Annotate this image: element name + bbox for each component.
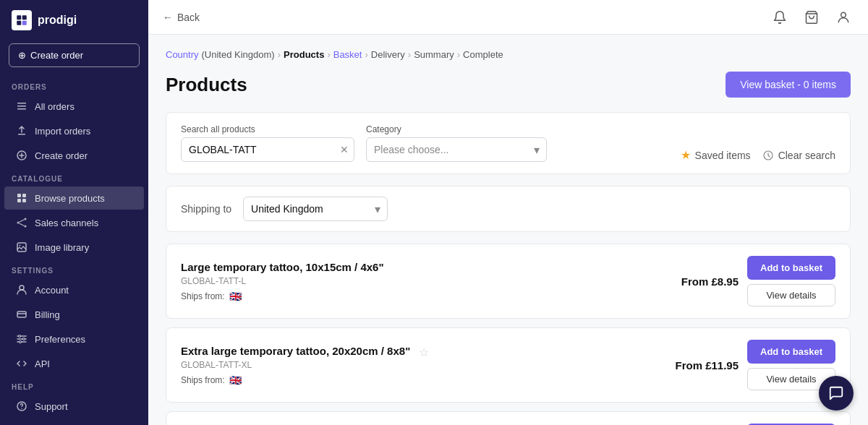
ships-from: Ships from: 🇬🇧	[181, 374, 675, 386]
svg-point-14	[17, 222, 20, 224]
product-price: From £11.95	[675, 359, 739, 372]
saved-items-button[interactable]: ★ Saved items	[681, 148, 751, 162]
user-profile-icon	[836, 10, 851, 25]
svg-rect-9	[17, 194, 21, 197]
category-select[interactable]: Please choose...	[366, 137, 547, 162]
category-field-group: Category Please choose...	[366, 124, 547, 162]
product-info: Extra large temporary tattoo, 20x20cm / …	[181, 345, 675, 386]
chat-button[interactable]	[819, 376, 854, 411]
ships-from-label: Ships from:	[181, 291, 225, 301]
sidebar-item-sales-channels[interactable]: Sales channels	[4, 211, 144, 234]
sidebar-item-label: Browse products	[35, 193, 105, 204]
sidebar-item-account[interactable]: Account	[4, 278, 144, 301]
product-name: Large temporary tattoo, 10x15cm / 4x6"	[181, 261, 681, 273]
svg-rect-11	[17, 199, 21, 202]
favorite-button[interactable]: ☆	[419, 345, 429, 359]
back-label: Back	[177, 12, 200, 23]
chat-icon	[828, 385, 844, 401]
svg-point-24	[21, 408, 22, 409]
svg-point-17	[20, 245, 21, 246]
sidebar: prodigi ⊕ Create order ORDERS All orders…	[0, 0, 148, 425]
view-basket-button[interactable]: View basket - 0 items	[726, 72, 851, 98]
svg-rect-6	[17, 108, 26, 110]
help-section-label: HELP	[0, 376, 148, 394]
svg-rect-0	[17, 15, 21, 20]
svg-rect-4	[17, 103, 26, 104]
sidebar-logo: prodigi	[0, 0, 148, 40]
breadcrumb-country[interactable]: Country	[166, 49, 199, 60]
sidebar-item-billing[interactable]: Billing	[4, 303, 144, 326]
svg-point-26	[841, 12, 846, 17]
back-arrow-icon: ←	[163, 12, 173, 23]
content-area: Country (United Kingdom) › Products › Ba…	[148, 35, 868, 425]
top-bar: ← Back	[148, 0, 868, 35]
category-select-wrap: Please choose...	[366, 137, 547, 162]
svg-rect-16	[17, 243, 26, 252]
list-icon	[16, 100, 27, 112]
sidebar-item-import-orders[interactable]: Import orders	[4, 119, 144, 142]
sidebar-item-support[interactable]: Support	[4, 395, 144, 418]
help-circle-icon	[16, 400, 27, 412]
svg-rect-12	[22, 199, 26, 202]
sidebar-item-label: Sales channels	[35, 218, 98, 228]
svg-rect-3	[22, 21, 27, 25]
breadcrumb-complete: Complete	[463, 49, 503, 60]
share-icon	[16, 217, 27, 228]
svg-rect-1	[22, 15, 27, 20]
search-input[interactable]	[181, 137, 354, 162]
plus-circle-icon	[16, 150, 27, 161]
star-icon: ★	[681, 148, 691, 162]
add-to-basket-button[interactable]: Add to basket	[747, 256, 835, 280]
product-name: Extra large temporary tattoo, 20x20cm / …	[181, 345, 410, 357]
breadcrumb-sep-3: ›	[365, 49, 367, 60]
product-row: XXL temporary tattoo, 30x30cm / 12x12" G…	[166, 411, 851, 425]
image-icon	[16, 241, 27, 253]
breadcrumb-basket[interactable]: Basket	[333, 49, 362, 60]
shipping-select[interactable]: United Kingdom United States Australia C…	[243, 197, 388, 221]
product-price: From £8.95	[681, 275, 739, 288]
svg-rect-2	[17, 21, 21, 25]
add-to-basket-button[interactable]: Add to basket	[747, 340, 835, 364]
code-icon	[16, 358, 27, 369]
product-buttons: Add to basket View details	[747, 256, 835, 306]
svg-point-22	[20, 341, 22, 343]
sidebar-item-create-order[interactable]: Create order	[4, 144, 144, 167]
search-row: Search all products ✕ Category Please ch…	[181, 124, 835, 162]
logo-icon	[12, 10, 32, 30]
user-profile-button[interactable]	[833, 7, 854, 27]
notifications-button[interactable]	[770, 7, 790, 27]
sidebar-item-all-orders[interactable]: All orders	[4, 95, 144, 118]
product-row: Extra large temporary tattoo, 20x20cm / …	[166, 327, 851, 403]
product-sku: GLOBAL-TATT-XL	[181, 360, 675, 370]
plus-circle-icon: ⊕	[18, 50, 26, 61]
breadcrumb-country-value: (United Kingdom)	[202, 49, 275, 60]
category-label: Category	[366, 124, 547, 134]
svg-point-21	[23, 338, 25, 340]
page-title: Products	[166, 74, 247, 96]
sidebar-item-label: Account	[35, 285, 69, 296]
settings-section-label: SETTINGS	[0, 259, 148, 278]
svg-point-13	[25, 218, 27, 220]
search-clear-icon[interactable]: ✕	[340, 144, 349, 155]
sidebar-item-label: Create order	[35, 150, 88, 161]
clock-icon	[762, 150, 774, 161]
clear-search-button[interactable]: Clear search	[762, 150, 835, 161]
upload-icon	[16, 125, 27, 137]
svg-rect-7	[18, 134, 25, 135]
breadcrumb-sep-1: ›	[278, 49, 281, 60]
back-link[interactable]: ← Back	[163, 12, 200, 23]
sidebar-item-preferences[interactable]: Preferences	[4, 327, 144, 351]
sliders-icon	[16, 333, 27, 345]
sidebar-item-image-library[interactable]: Image library	[4, 236, 144, 259]
cart-button[interactable]	[801, 7, 822, 27]
sidebar-item-api[interactable]: API	[4, 352, 144, 375]
product-info: Large temporary tattoo, 10x15cm / 4x6" G…	[181, 261, 681, 302]
svg-rect-19	[17, 312, 26, 317]
clear-search-label: Clear search	[778, 150, 835, 161]
user-icon	[16, 284, 27, 296]
view-details-button[interactable]: View details	[747, 284, 835, 306]
sidebar-item-label: Support	[35, 401, 68, 412]
sidebar-item-browse-products[interactable]: Browse products	[4, 186, 144, 210]
create-order-top-button[interactable]: ⊕ Create order	[9, 43, 140, 67]
product-price-actions: From £8.95 Add to basket View details	[681, 256, 835, 306]
